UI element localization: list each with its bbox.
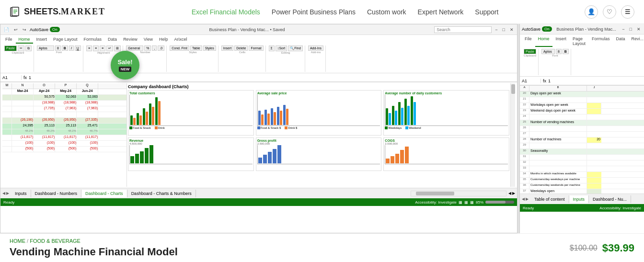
btn-conditional-format[interactable]: Cond. Fmt [170, 46, 189, 51]
group-addins: Add-Ins Add-ins [306, 46, 326, 72]
breadcrumb-home[interactable]: HOME [10, 238, 25, 244]
btn-align-center[interactable]: ≡ [93, 46, 99, 51]
restore-btn[interactable]: □ [501, 27, 506, 33]
tab-formulas-right[interactable]: Formulas [589, 35, 613, 47]
btn-bold[interactable]: B [62, 46, 68, 51]
btn-paste-right[interactable]: Paste [524, 49, 536, 54]
tab-formulas[interactable]: Formulas [81, 36, 105, 44]
tab-nav-next-right[interactable]: ▶ [526, 197, 529, 201]
tab-review-right[interactable]: Revi... [629, 35, 644, 47]
tab-home[interactable]: Home [16, 36, 33, 44]
minimize-btn-right[interactable]: − [621, 26, 626, 32]
logo[interactable]: SHEETS.MARKET [10, 6, 105, 18]
btn-wrap[interactable]: ↵ [106, 46, 113, 51]
group-editing: Σ ↕Sort 🔍Find Editing [267, 46, 305, 72]
scroll-left-btn[interactable]: ◀ [508, 191, 511, 195]
btn-merge[interactable]: ⊞ [114, 46, 121, 51]
close-btn[interactable]: ✕ [508, 27, 515, 33]
tab-review[interactable]: Review [120, 36, 140, 44]
tab-page-layout-right[interactable]: Page Layout [570, 35, 588, 47]
scroll-right-btn[interactable]: ▶ [512, 191, 515, 195]
btn-comma[interactable]: , [152, 46, 157, 51]
user-icon[interactable]: 👤 [585, 5, 598, 19]
view-layout[interactable]: ▦ [464, 200, 468, 205]
tab-page-layout[interactable]: Page Layout [50, 36, 80, 44]
zoom-slider[interactable] [485, 201, 514, 204]
product-info: HOME / FOOD & BEVERAGE Vending Machine F… [0, 233, 644, 262]
btn-copy[interactable]: ⧉ [25, 46, 32, 51]
btn-percent[interactable]: % [144, 46, 151, 51]
tab-nav-prev[interactable]: ◀ [2, 191, 5, 195]
header-icons: 👤 ♡ ☰ [585, 5, 634, 19]
btn-align-left[interactable]: ≡ [86, 46, 92, 51]
sheet-tab-inputs-right[interactable]: Inputs [569, 195, 589, 203]
restore-btn-right[interactable]: □ [628, 26, 633, 32]
btn-format-cell[interactable]: Format [249, 46, 263, 51]
btn-insert-cell[interactable]: Insert [221, 46, 234, 51]
btn-underline[interactable]: U [75, 46, 81, 51]
sheet-tab-toc[interactable]: Table of content [530, 195, 569, 203]
view-normal[interactable]: ▦ [459, 200, 462, 205]
tab-insert-right[interactable]: Insert [553, 35, 570, 47]
tab-file[interactable]: File [2, 36, 15, 44]
btn-sum[interactable]: Σ [269, 46, 275, 51]
font-select[interactable]: Aptos [37, 46, 54, 51]
breadcrumb-category[interactable]: FOOD & BEVERAGE [30, 238, 80, 244]
tab-help[interactable]: Help [156, 36, 171, 44]
nav-custom-work[interactable]: Custom work [367, 8, 406, 16]
autosave-right: AutoSave On [522, 26, 552, 32]
btn-bold-right[interactable]: B [563, 49, 569, 54]
btn-italic[interactable]: I [69, 46, 74, 51]
tab-home-right[interactable]: Home [535, 35, 552, 47]
btn-align-right[interactable]: ≡ [100, 46, 105, 51]
excel-search[interactable] [434, 26, 492, 33]
btn-delete-cell[interactable]: Delete [234, 46, 248, 51]
scrollbar-horizontal[interactable] [411, 191, 506, 196]
sheet-tab-dashboard-numbers[interactable]: Dashboard - Numbers [31, 190, 82, 197]
font-size[interactable]: 8 [55, 46, 61, 51]
sheet-tab-dashboard-charts-numbers[interactable]: Dashboard - Charts & Numbers [127, 190, 196, 197]
view-page[interactable]: ▦ [470, 200, 474, 205]
btn-find[interactable]: 🔍Find [288, 46, 303, 51]
tab-nav-prev-right[interactable]: ◀ [522, 197, 525, 201]
tab-insert[interactable]: Insert [34, 36, 50, 44]
autosave: AutoSave On [30, 27, 60, 32]
nav-support[interactable]: Support [475, 8, 498, 16]
tab-file-right[interactable]: File [522, 35, 535, 47]
sheet-tab-inputs[interactable]: Inputs [11, 190, 31, 197]
font-size-right[interactable]: 8 [556, 49, 562, 54]
btn-paste[interactable]: Paste [4, 46, 17, 51]
excel-ribbon-left: File Home Insert Page Layout Formulas Da… [0, 35, 517, 82]
sheet-tab-dashboard-charts[interactable]: Dashboard - Charts [81, 190, 127, 197]
tab-data-right[interactable]: Data [613, 35, 628, 47]
nav-expert-network[interactable]: Expert Network [418, 8, 464, 16]
excel-toolbar-left: 📄 ↩ ↪ AutoSave On Business Plan - Vendin… [0, 24, 517, 35]
ribbon-groups-right: Paste Clipboard Aptos 8 B Font [520, 48, 644, 77]
cart-icon[interactable]: ☰ [621, 5, 634, 19]
heart-icon[interactable]: ♡ [603, 5, 616, 19]
nav-powerpoint[interactable]: Power Point Business Plans [272, 8, 356, 16]
minimize-btn[interactable]: − [494, 27, 499, 33]
tab-data[interactable]: Data [105, 36, 120, 44]
tab-arixcel[interactable]: Arixcel [172, 36, 190, 44]
btn-sort[interactable]: ↕Sort [276, 46, 287, 51]
group-cells: Insert Delete Format Cells [219, 46, 266, 72]
number-format[interactable]: General [126, 46, 143, 51]
sheet-tab-dashboard-nu[interactable]: Dashboard - Nu... [589, 195, 631, 203]
font-select-right[interactable]: Aptos [541, 49, 555, 54]
btn-cut[interactable]: ✂ [18, 46, 24, 51]
toolbar-icon-redo[interactable]: ↪ [21, 27, 28, 33]
scrollbar-vertical[interactable] [510, 83, 515, 187]
dashboard-title: Company dashboard (Charts) [128, 84, 509, 89]
nav-excel-models[interactable]: Excel Financial Models [192, 8, 260, 16]
toolbar-icon-undo[interactable]: ↩ [12, 27, 19, 33]
close-btn-right[interactable]: ✕ [635, 26, 642, 32]
btn-cell-styles[interactable]: Styles [203, 46, 216, 51]
tab-nav-next[interactable]: ▶ [6, 191, 9, 195]
btn-increase-decimal[interactable]: .0 [158, 46, 164, 51]
price-old: $100.00 [570, 244, 598, 252]
btn-format-table[interactable]: Table [190, 46, 202, 51]
btn-addins[interactable]: Add-Ins [308, 46, 323, 51]
formula-label: fx [23, 75, 27, 80]
tab-view[interactable]: View [141, 36, 156, 44]
